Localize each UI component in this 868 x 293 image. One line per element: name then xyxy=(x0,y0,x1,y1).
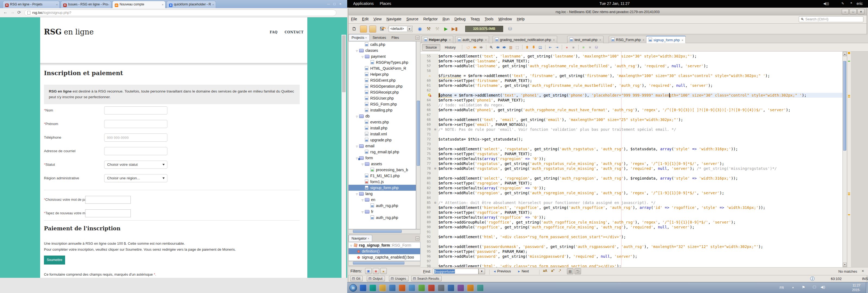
whole-words-icon[interactable]: a" xyxy=(551,269,554,273)
tablet-icon[interactable]: ✎ xyxy=(841,2,844,5)
code-line-55[interactable]: 55 $mform->addElement('text', 'lastname'… xyxy=(421,54,842,59)
action-center-icon[interactable]: ⚑ xyxy=(802,285,805,290)
taskbar-app-icon-9[interactable] xyxy=(438,285,444,291)
minimize-icon[interactable]: — xyxy=(326,2,332,6)
show-fields-filter-icon[interactable]: ◉ xyxy=(373,268,379,274)
projects-horizontal-scrollbar[interactable] xyxy=(348,229,421,234)
tree-item-email[interactable]: ▽email xyxy=(348,143,416,149)
minimize-panel-icon[interactable]: ▭ xyxy=(415,237,420,240)
browser-tab[interactable]: RIssues - RSG en ligne - Pro× xyxy=(61,1,111,8)
menu-edit[interactable]: Edit xyxy=(360,16,371,23)
show-inherited-filter-icon[interactable]: ▣ xyxy=(365,268,372,274)
code-line-82[interactable]: 82 $mform->setDefaults(array('rsgregion'… xyxy=(421,185,842,191)
menu-source[interactable]: Source xyxy=(404,16,421,23)
tree-item-fr[interactable]: ▽fr xyxy=(348,209,416,214)
network-icon[interactable]: 🖵 xyxy=(813,285,816,289)
minimize-icon[interactable]: – xyxy=(842,9,849,14)
code-line-96[interactable]: 96 $mform->addRule('password', get_strin… xyxy=(421,254,842,259)
tree-item-rsgreceipt-php[interactable]: RSGReceipt.php xyxy=(348,89,416,95)
tree-item-rsguser-php[interactable]: RSGUser.php xyxy=(348,95,416,101)
notifications-badge[interactable]: 2 xyxy=(810,276,814,281)
expand-arrow-icon[interactable]: ▽ xyxy=(356,48,359,54)
tree-item-en[interactable]: ▽en xyxy=(348,197,416,203)
clean-build-icon[interactable]: ⚒ xyxy=(434,26,441,33)
tree-item-form[interactable]: ▽form xyxy=(348,155,416,161)
taskbar-app-icon-4[interactable] xyxy=(389,285,396,291)
forward-icon[interactable]: → xyxy=(10,10,14,14)
hint-bulb-icon[interactable] xyxy=(428,94,431,96)
keyboard-layout-indicator[interactable]: FR xyxy=(780,286,784,290)
code-line-75[interactable]: 75 $mform->setType('rsgstatus', PARAM_TE… xyxy=(421,151,842,156)
tree-item-html-quickform-r[interactable]: HTML_QuickForm_R xyxy=(348,65,416,71)
forward-icon[interactable]: 🡆 xyxy=(478,45,484,50)
navigator-root[interactable]: ▽rsg_signup_form::RSG_Form xyxy=(348,242,420,248)
password-input[interactable] xyxy=(85,196,131,204)
taskbar-app-icon-1[interactable] xyxy=(360,285,367,291)
code-line-72[interactable]: 72 $statusdata= $this->get_statusdata(); xyxy=(421,137,842,142)
back-icon[interactable]: 🡄 xyxy=(472,45,477,50)
close-icon[interactable]: ✕ xyxy=(862,269,864,273)
database-icon[interactable]: ⛁ xyxy=(506,26,514,33)
find-selection-icon[interactable]: 🔍︎ xyxy=(489,45,494,50)
expand-arrow-icon[interactable]: ▽ xyxy=(356,144,359,149)
tree-item-installing-php[interactable]: installing.php xyxy=(348,107,416,113)
code-line-80[interactable]: 80 $mform->addElement('select', 'rsgregi… xyxy=(421,176,842,181)
tree-item-rsg-email-tpl-php[interactable]: rsg_email.tpl.php xyxy=(348,149,416,155)
scroll-down-icon[interactable]: ▼ xyxy=(843,263,846,267)
menu-help[interactable]: Help xyxy=(514,16,527,23)
code-line-93[interactable]: 93 xyxy=(421,239,842,244)
navigator-horizontal-scrollbar[interactable] xyxy=(348,261,421,266)
menu-view[interactable]: View xyxy=(371,16,384,23)
tab-close-icon[interactable]: × xyxy=(553,38,555,41)
stripe-warning-mark[interactable] xyxy=(848,214,850,215)
code-line-91[interactable]: 91 xyxy=(421,230,842,234)
taskbar-app-icon-11[interactable] xyxy=(457,285,464,291)
shift-line-right-icon[interactable]: ⇥ xyxy=(554,45,560,50)
code-line-62[interactable]: 62 xyxy=(421,88,842,93)
new-project-icon[interactable] xyxy=(360,26,367,33)
tab-close-icon[interactable]: × xyxy=(485,38,487,41)
back-icon[interactable]: ← xyxy=(3,10,8,14)
code-line-67[interactable]: 67 xyxy=(421,112,842,117)
browser-tab[interactable]: RRSG en ligne - Projets× xyxy=(3,1,60,8)
editor-tab-test_email-php[interactable]: test_email.php× xyxy=(567,36,603,43)
run-icon[interactable]: ▶ xyxy=(442,26,450,33)
config-combobox[interactable]: <default>▼ xyxy=(389,26,412,32)
build-icon[interactable]: ⚒ xyxy=(425,26,432,33)
projects-vertical-scrollbar[interactable] xyxy=(416,41,421,229)
code-line-98[interactable]: 98 $mform->addElement('html', '<div clas… xyxy=(421,264,842,267)
tree-item-auth-rsg-php[interactable]: auth_rsg.php xyxy=(348,203,416,209)
taskbar-app-icon-3[interactable] xyxy=(379,285,386,291)
menu-navigate[interactable]: Navigate xyxy=(384,16,404,23)
taskbar-app-icon-2[interactable] xyxy=(369,285,376,291)
previous-occurrence-icon[interactable]: 🡄 xyxy=(495,45,500,50)
code-line-70[interactable]: 70⊟ /* NOTE: Pas de rule pour 'email'. V… xyxy=(421,127,842,132)
tab-close-icon[interactable]: × xyxy=(682,38,683,42)
page-scrollbar[interactable] xyxy=(341,35,346,278)
taskbar-app-icon-8[interactable] xyxy=(428,285,435,291)
find-input[interactable]: $supportuser xyxy=(433,269,478,274)
tree-item-events-php[interactable]: events.php xyxy=(348,119,416,125)
chat-icon[interactable]: ❝ xyxy=(850,2,852,5)
menu-team[interactable]: Team xyxy=(468,16,482,23)
expand-arrow-icon[interactable]: ▽ xyxy=(362,197,365,203)
menu-window[interactable]: Window xyxy=(496,16,514,23)
reload-icon[interactable]: ⟳ xyxy=(18,10,21,15)
stripe-warning-mark[interactable] xyxy=(848,96,850,97)
browser-tab[interactable]: 8quickform placeholder - R× xyxy=(166,1,216,8)
wrap-search-icon[interactable]: ⮌ xyxy=(575,268,581,274)
find-history-dropdown-icon[interactable]: ▼ xyxy=(478,269,485,274)
code-line-90[interactable]: 90 $mform->addRule('rsgoffice', get_stri… xyxy=(421,225,842,230)
fold-icon[interactable]: ⊟ xyxy=(432,127,438,132)
minimized-window-usages[interactable]: Usages xyxy=(389,276,408,281)
editor-tab-Helper-php[interactable]: Helper.php× xyxy=(422,36,453,43)
input-adresse-de-courriel[interactable] xyxy=(104,147,167,155)
match-case-icon[interactable]: aA xyxy=(543,269,547,273)
taskbar-clock[interactable]: 11:272015-01-27 xyxy=(852,283,860,293)
taskbar-app-icon-6[interactable] xyxy=(408,285,415,291)
tree-item-rsgpaytypes-php[interactable]: RSGPayTypes.php xyxy=(348,59,416,65)
tree-item-install-xml[interactable]: install.xml xyxy=(348,131,416,137)
find-previous-button[interactable]: ◄Previous xyxy=(492,268,513,274)
toggle-bookmark-icon[interactable]: 🕮 xyxy=(538,45,543,50)
code-line-60[interactable]: 60 $mform->setType('firstname', PARAM_TE… xyxy=(421,78,842,83)
